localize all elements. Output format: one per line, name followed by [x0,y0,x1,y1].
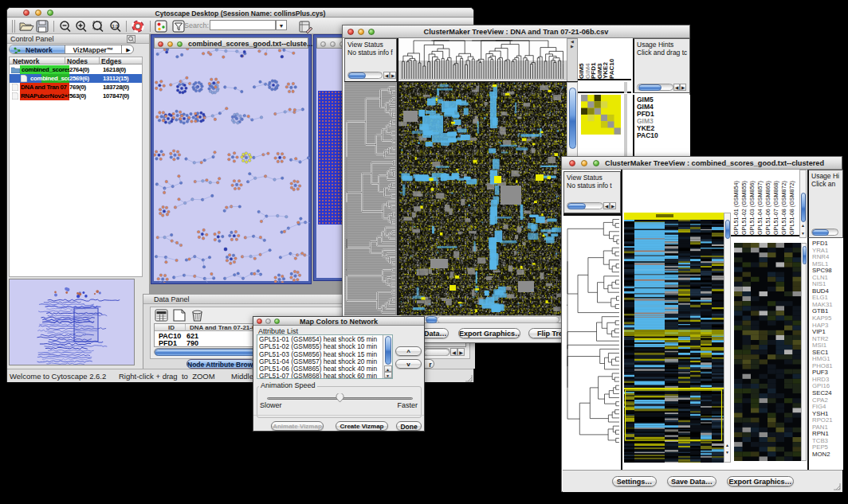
svg-text:GPL51-07 (GSM868): GPL51-07 (GSM868) [772,181,779,235]
svg-text:PAC10: PAC10 [608,58,615,79]
svg-text:GPL51-06 (GSM865): GPL51-06 (GSM865) [764,181,771,235]
svg-text:1:1: 1:1 [112,24,119,29]
svg-text:GPL51-04 (GSM857): GPL51-04 (GSM857) [756,181,764,235]
svg-text:GPL51-03 (GSM856): GPL51-03 (GSM856) [748,181,756,235]
svg-text:GPL51-02 (GSM855): GPL51-02 (GSM855) [740,181,748,235]
svg-text:GPL51-08 (GSM872): GPL51-08 (GSM872) [780,181,787,235]
svg-text:GPL51-01 (GSM854): GPL51-01 (GSM854) [732,181,740,235]
svg-text:GPL51-08 (GSM872): GPL51-08 (GSM872) [788,181,795,235]
